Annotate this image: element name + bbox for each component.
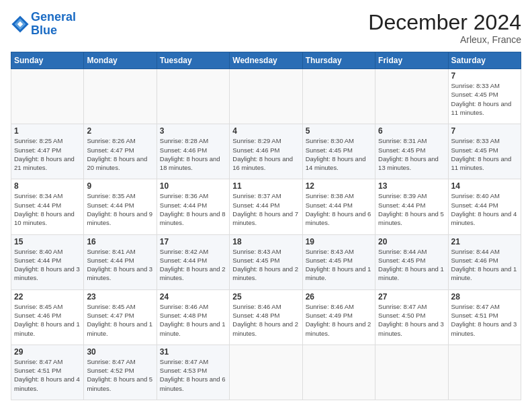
col-thursday: Thursday (302, 52, 375, 69)
calendar-row: 29 Sunrise: 8:47 AM Sunset: 4:51 PM Dayl… (11, 345, 521, 400)
calendar-row: 8 Sunrise: 8:34 AM Sunset: 4:44 PM Dayli… (11, 179, 521, 234)
table-row: 18 Sunrise: 8:43 AM Sunset: 4:45 PM Dayl… (230, 234, 302, 289)
day-number: 18 (232, 237, 299, 246)
day-info: Sunrise: 8:43 AM Sunset: 4:45 PM Dayligh… (306, 247, 372, 283)
calendar-row: 15 Sunrise: 8:40 AM Sunset: 4:44 PM Dayl… (11, 234, 521, 289)
day-number: 24 (160, 292, 226, 302)
logo-icon (11, 15, 30, 34)
table-row: 7 Sunrise: 8:33 AM Sunset: 4:45 PM Dayli… (448, 124, 521, 179)
header: General Blue December 2024 Arleux, Franc… (11, 11, 521, 45)
day-number: 27 (378, 292, 445, 302)
day-number: 11 (232, 181, 299, 191)
day-info: Sunrise: 8:36 AM Sunset: 4:44 PM Dayligh… (160, 191, 226, 227)
day-info: Sunrise: 8:41 AM Sunset: 4:44 PM Dayligh… (87, 247, 153, 283)
calendar-table: Sunday Monday Tuesday Wednesday Thursday… (11, 52, 521, 400)
day-info: Sunrise: 8:37 AM Sunset: 4:44 PM Dayligh… (232, 191, 299, 227)
day-info: Sunrise: 8:33 AM Sunset: 4:45 PM Dayligh… (451, 81, 518, 117)
day-info: Sunrise: 8:28 AM Sunset: 4:46 PM Dayligh… (160, 136, 226, 172)
col-friday: Friday (375, 52, 448, 69)
day-number: 4 (232, 126, 299, 136)
table-row: 22 Sunrise: 8:45 AM Sunset: 4:46 PM Dayl… (11, 289, 84, 345)
day-info: Sunrise: 8:33 AM Sunset: 4:45 PM Dayligh… (451, 136, 518, 172)
col-tuesday: Tuesday (157, 52, 229, 69)
table-row: 28 Sunrise: 8:47 AM Sunset: 4:51 PM Dayl… (448, 289, 521, 345)
calendar-row: 7 Sunrise: 8:33 AM Sunset: 4:45 PM Dayli… (11, 69, 521, 124)
day-info: Sunrise: 8:46 AM Sunset: 4:49 PM Dayligh… (306, 302, 372, 338)
table-row: 30 Sunrise: 8:47 AM Sunset: 4:52 PM Dayl… (84, 345, 157, 400)
table-row: 16 Sunrise: 8:41 AM Sunset: 4:44 PM Dayl… (84, 234, 157, 289)
day-info: Sunrise: 8:47 AM Sunset: 4:52 PM Dayligh… (87, 357, 153, 393)
table-row (375, 345, 448, 400)
day-number: 25 (232, 292, 299, 302)
logo-line1: General (31, 10, 76, 24)
day-number: 6 (378, 126, 445, 136)
day-info: Sunrise: 8:44 AM Sunset: 4:46 PM Dayligh… (451, 247, 518, 283)
day-number: 23 (87, 292, 153, 302)
day-info: Sunrise: 8:47 AM Sunset: 4:51 PM Dayligh… (451, 302, 518, 338)
table-row (230, 69, 302, 124)
day-info: Sunrise: 8:39 AM Sunset: 4:44 PM Dayligh… (378, 191, 445, 227)
table-row: 12 Sunrise: 8:38 AM Sunset: 4:44 PM Dayl… (302, 179, 375, 234)
day-number: 9 (87, 181, 153, 191)
day-number: 2 (87, 126, 153, 136)
day-info: Sunrise: 8:43 AM Sunset: 4:45 PM Dayligh… (232, 247, 299, 283)
logo-text: General Blue (31, 11, 76, 38)
day-number: 1 (14, 126, 81, 136)
day-info: Sunrise: 8:47 AM Sunset: 4:50 PM Dayligh… (378, 302, 445, 338)
day-number: 8 (14, 181, 81, 191)
day-number: 5 (306, 126, 372, 136)
logo: General Blue (11, 11, 76, 38)
day-number: 3 (160, 126, 226, 136)
day-number: 20 (378, 237, 445, 246)
calendar-row: 1 Sunrise: 8:25 AM Sunset: 4:47 PM Dayli… (11, 124, 521, 179)
title-area: December 2024 Arleux, France (368, 11, 521, 45)
day-info: Sunrise: 8:29 AM Sunset: 4:46 PM Dayligh… (232, 136, 299, 172)
table-row: 1 Sunrise: 8:25 AM Sunset: 4:47 PM Dayli… (11, 124, 84, 179)
table-row: 2 Sunrise: 8:26 AM Sunset: 4:47 PM Dayli… (84, 124, 157, 179)
day-number: 26 (306, 292, 372, 302)
day-number: 29 (14, 347, 81, 357)
location: Arleux, France (368, 34, 521, 45)
day-info: Sunrise: 8:26 AM Sunset: 4:47 PM Dayligh… (87, 136, 153, 172)
day-info: Sunrise: 8:46 AM Sunset: 4:48 PM Dayligh… (232, 302, 299, 338)
table-row (157, 69, 229, 124)
day-number: 30 (87, 347, 153, 357)
table-row (84, 69, 157, 124)
calendar-row: 22 Sunrise: 8:45 AM Sunset: 4:46 PM Dayl… (11, 289, 521, 345)
day-info: Sunrise: 8:45 AM Sunset: 4:46 PM Dayligh… (14, 302, 81, 338)
day-info: Sunrise: 8:47 AM Sunset: 4:51 PM Dayligh… (14, 357, 81, 393)
day-info: Sunrise: 8:44 AM Sunset: 4:45 PM Dayligh… (378, 247, 445, 283)
day-info: Sunrise: 8:47 AM Sunset: 4:53 PM Dayligh… (160, 357, 226, 393)
month-title: December 2024 (368, 11, 521, 34)
day-info: Sunrise: 8:40 AM Sunset: 4:44 PM Dayligh… (451, 191, 518, 227)
col-sunday: Sunday (11, 52, 84, 69)
table-row: 24 Sunrise: 8:46 AM Sunset: 4:48 PM Dayl… (157, 289, 229, 345)
day-number: 21 (451, 237, 518, 246)
table-row: 31 Sunrise: 8:47 AM Sunset: 4:53 PM Dayl… (157, 345, 229, 400)
table-row: 26 Sunrise: 8:46 AM Sunset: 4:49 PM Dayl… (302, 289, 375, 345)
day-number: 28 (451, 292, 518, 302)
table-row: 25 Sunrise: 8:46 AM Sunset: 4:48 PM Dayl… (230, 289, 302, 345)
table-row: 4 Sunrise: 8:29 AM Sunset: 4:46 PM Dayli… (230, 124, 302, 179)
day-info: Sunrise: 8:38 AM Sunset: 4:44 PM Dayligh… (306, 191, 372, 227)
table-row: 5 Sunrise: 8:30 AM Sunset: 4:45 PM Dayli… (302, 124, 375, 179)
table-row: 6 Sunrise: 8:31 AM Sunset: 4:45 PM Dayli… (375, 124, 448, 179)
table-row: 7 Sunrise: 8:33 AM Sunset: 4:45 PM Dayli… (448, 69, 521, 124)
day-number: 22 (14, 292, 81, 302)
day-number: 7 (451, 126, 518, 136)
day-number: 16 (87, 237, 153, 246)
day-info: Sunrise: 8:45 AM Sunset: 4:47 PM Dayligh… (87, 302, 153, 338)
day-number: 19 (306, 237, 372, 246)
day-info: Sunrise: 8:31 AM Sunset: 4:45 PM Dayligh… (378, 136, 445, 172)
table-row: 11 Sunrise: 8:37 AM Sunset: 4:44 PM Dayl… (230, 179, 302, 234)
day-number: 14 (451, 181, 518, 191)
table-row: 13 Sunrise: 8:39 AM Sunset: 4:44 PM Dayl… (375, 179, 448, 234)
day-number: 31 (160, 347, 226, 357)
day-number: 7 (451, 71, 518, 81)
col-wednesday: Wednesday (230, 52, 302, 69)
table-row (375, 69, 448, 124)
day-info: Sunrise: 8:42 AM Sunset: 4:44 PM Dayligh… (160, 247, 226, 283)
day-number: 10 (160, 181, 226, 191)
table-row (302, 69, 375, 124)
table-row: 9 Sunrise: 8:35 AM Sunset: 4:44 PM Dayli… (84, 179, 157, 234)
